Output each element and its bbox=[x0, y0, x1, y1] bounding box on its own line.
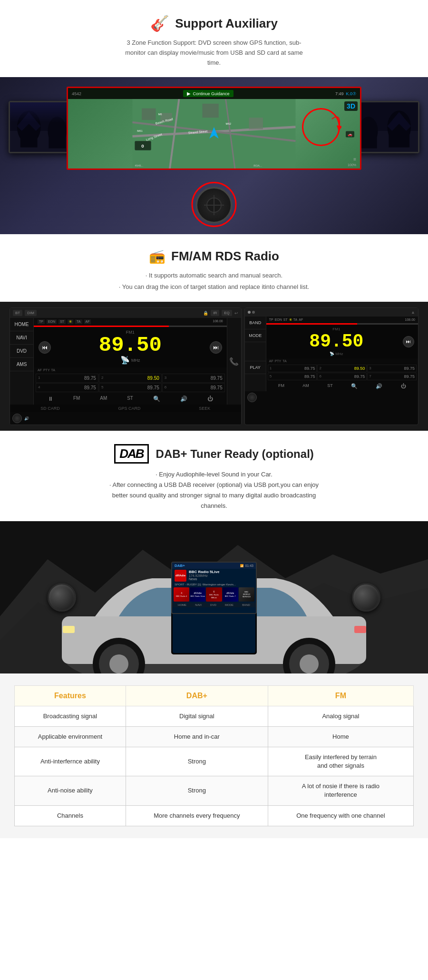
right-radio-body: BAND MODE PLAY TP EON ST ⑥ TA AF 1 bbox=[245, 317, 418, 391]
phone-icon[interactable]: 📞 bbox=[227, 318, 241, 405]
dab-band-btn[interactable]: BAND bbox=[242, 604, 250, 606]
car-background: 4542 ▶ Continue Guidance 7:49 K.0⑦ bbox=[0, 77, 428, 234]
table-row-broadcasting: Broadcasting signal Digital signal Analo… bbox=[15, 706, 414, 726]
r-station-2[interactable]: 2 89.50 bbox=[317, 365, 367, 372]
dab-screen-ui: DAB+ 📶 01:43 dRAdie BBC Radio 5Live 174.… bbox=[171, 562, 257, 614]
dim-btn[interactable]: DIM bbox=[25, 310, 37, 316]
dab-noise: Strong bbox=[126, 776, 268, 805]
seek-label[interactable]: SEEK bbox=[199, 406, 210, 411]
svg-rect-34 bbox=[360, 132, 377, 148]
monitor-right-screen bbox=[352, 102, 418, 152]
eq-btn[interactable]: EQ bbox=[222, 310, 232, 316]
auxiliary-title: Support Auxiliary bbox=[175, 16, 278, 31]
station-6[interactable]: 6 89.75 bbox=[162, 383, 225, 392]
station-4[interactable]: 4 89.75 bbox=[36, 383, 98, 392]
auxiliary-icon: 🎸 bbox=[150, 14, 169, 32]
dvd-btn[interactable]: DVD bbox=[10, 345, 33, 358]
tag-st: ST bbox=[58, 319, 66, 324]
mode-btn[interactable]: MODE bbox=[245, 329, 266, 342]
radio-top-right: 🔒 IR EQ ↩ bbox=[203, 310, 238, 316]
dab-environment: Home and in-car bbox=[126, 726, 268, 747]
am-btn[interactable]: AM bbox=[100, 396, 107, 402]
steering-highlight bbox=[192, 182, 237, 227]
r-band-label: FM1 bbox=[270, 327, 403, 331]
dab-genre: News bbox=[189, 577, 219, 581]
gps-card-label[interactable]: GPS CARD bbox=[118, 406, 141, 411]
bt-btn[interactable]: BT bbox=[13, 310, 22, 316]
fm-environment: Home bbox=[268, 726, 413, 747]
play-btn[interactable]: PLAY bbox=[245, 361, 266, 374]
r-am-btn[interactable]: AM bbox=[302, 383, 309, 389]
dab-screen-logo: DAB+ bbox=[175, 564, 185, 568]
navi-btn[interactable]: NAVI bbox=[10, 331, 33, 345]
power-btn[interactable]: ⏻ bbox=[207, 396, 213, 402]
dab-broadcasting: Digital signal bbox=[126, 706, 268, 726]
gps-3d-badge: 3D bbox=[344, 101, 358, 111]
dab-car-section: DAB+ 📶 01:43 dRAdie BBC Radio 5Live 174.… bbox=[0, 521, 428, 673]
dab-mode-btn[interactable]: MODE bbox=[225, 604, 233, 606]
r-station-1[interactable]: 1 89.75 bbox=[268, 365, 317, 372]
dab-ch-world[interactable]: BBCWORLDSERVICE bbox=[239, 587, 254, 602]
home-btn[interactable]: HOME bbox=[10, 318, 33, 331]
left-knob[interactable] bbox=[48, 583, 76, 612]
r-search-btn[interactable]: 🔍 bbox=[351, 383, 358, 389]
r-vol-knob[interactable] bbox=[247, 393, 257, 402]
r-station-5[interactable]: 6 89.75 bbox=[317, 373, 367, 380]
dab-title: DAB+ Tuner Ready (optional) bbox=[156, 447, 314, 461]
vol-icon: 🔊 bbox=[24, 416, 29, 421]
dab-home-btn[interactable]: HOME bbox=[178, 604, 186, 606]
feature-broadcasting: Broadcasting signal bbox=[15, 706, 126, 726]
next-btn[interactable]: ⏭ bbox=[210, 341, 222, 354]
radio-bottom-labels: SD CARD GPS CARD SEEK bbox=[10, 405, 241, 412]
r-mhz: 📡MHz bbox=[270, 352, 403, 356]
svg-rect-31 bbox=[389, 129, 409, 148]
r-station-4[interactable]: 5 89.75 bbox=[268, 373, 317, 380]
r-next-btn[interactable]: ⏭ bbox=[403, 336, 414, 347]
station-3[interactable]: 3 89.75 bbox=[162, 374, 225, 383]
r-station-3[interactable]: 3 89.75 bbox=[367, 365, 417, 372]
vol-knob-small[interactable] bbox=[12, 414, 22, 423]
vol-indicator-row: 🔊 bbox=[10, 412, 241, 425]
dab-ch-4[interactable]: 4BBC Radio 4 bbox=[174, 587, 189, 602]
ir-btn[interactable]: IR bbox=[211, 310, 219, 316]
search-btn[interactable]: 🔍 bbox=[153, 396, 160, 402]
sd-card-label[interactable]: SD CARD bbox=[40, 406, 60, 411]
fm-interference: Easily interfered by terrainand other si… bbox=[268, 747, 413, 776]
volume-btn[interactable]: 🔊 bbox=[180, 396, 187, 402]
dab-dvd-btn[interactable]: DVD bbox=[210, 604, 216, 606]
pause-btn[interactable]: ⏸ bbox=[48, 396, 53, 402]
svg-point-45 bbox=[300, 654, 319, 673]
r-vol-btn[interactable]: 🔊 bbox=[376, 383, 382, 389]
gps-continue-btn[interactable]: ▶ Continue Guidance bbox=[183, 90, 233, 97]
feature-interference: Anti-interfernce ability bbox=[15, 747, 126, 776]
col-header-fm: FM bbox=[268, 685, 413, 706]
r-station-6[interactable]: 7 89.75 bbox=[367, 373, 417, 380]
support-auxiliary-section: 🎸 Support Auxiliary 3 Zone Function Supp… bbox=[0, 0, 428, 77]
r-fm-btn[interactable]: FM bbox=[278, 383, 284, 389]
station-5[interactable]: 5 89.75 bbox=[99, 383, 162, 392]
r-power-btn[interactable]: ⏻ bbox=[401, 383, 406, 389]
dab-ch-7[interactable]: dRAdieBBC Radio 7 bbox=[223, 587, 238, 602]
prev-btn[interactable]: ⏮ bbox=[39, 341, 51, 354]
radio-top-buttons: BT DIM bbox=[13, 310, 37, 316]
ams-btn[interactable]: AMS bbox=[10, 358, 33, 371]
back-icon: ↩ bbox=[234, 311, 238, 316]
st-btn[interactable]: ST bbox=[127, 396, 133, 402]
radio-left-nav: HOME NAVI DVD AMS bbox=[10, 318, 34, 405]
arrow-icon: ▲ bbox=[411, 310, 415, 315]
svg-rect-46 bbox=[63, 626, 75, 633]
r-freq-right: 108.00 bbox=[405, 318, 415, 322]
dab-ch-6[interactable]: 6BBC Radio 6Music bbox=[206, 587, 222, 602]
r-st-btn[interactable]: ST bbox=[327, 383, 333, 389]
dab-ch-5live[interactable]: dRAdieBBC Radio 5Live bbox=[190, 587, 205, 602]
dab-navi-btn[interactable]: NAVI bbox=[195, 604, 202, 606]
right-knob[interactable] bbox=[352, 583, 380, 612]
station-2[interactable]: 2 89.50 bbox=[99, 374, 162, 383]
station-1[interactable]: 1 89.75 bbox=[36, 374, 98, 383]
band-btn[interactable]: BAND bbox=[245, 317, 266, 329]
svg-text:M61: M61 bbox=[137, 129, 142, 132]
fm-btn[interactable]: FM bbox=[73, 396, 80, 402]
led-indicator2 bbox=[252, 311, 255, 314]
svg-rect-6 bbox=[49, 132, 66, 148]
dab-station-name: BBC Radio 5Live bbox=[189, 570, 219, 574]
